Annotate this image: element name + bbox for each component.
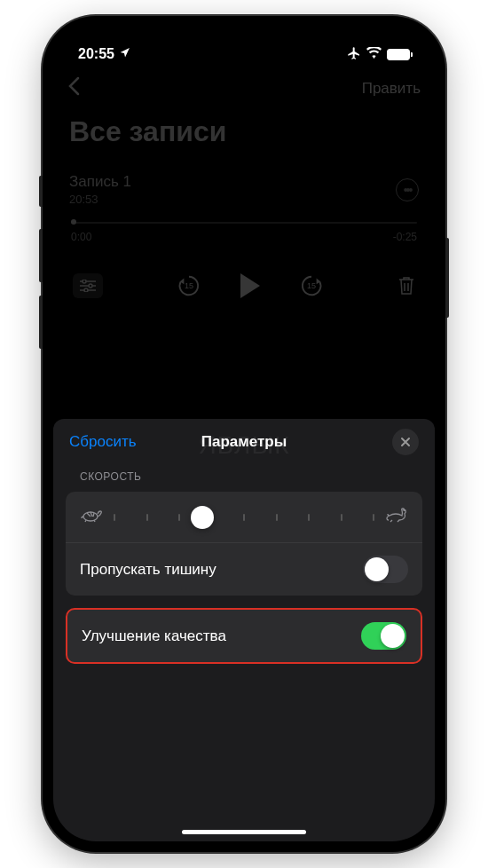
skip-silence-toggle[interactable] bbox=[363, 556, 408, 583]
turtle-icon bbox=[80, 507, 103, 527]
speed-slider[interactable] bbox=[114, 516, 374, 519]
edit-button[interactable]: Править bbox=[362, 80, 421, 98]
volume-up-button bbox=[39, 229, 43, 282]
play-button[interactable] bbox=[240, 273, 260, 298]
svg-point-5 bbox=[84, 288, 88, 292]
screen: 20:55 Править bbox=[53, 27, 435, 841]
back-button[interactable] bbox=[67, 76, 80, 101]
status-time: 20:55 bbox=[78, 46, 114, 62]
recording-name: Запись 1 bbox=[69, 173, 131, 191]
close-button[interactable] bbox=[392, 429, 419, 455]
silent-switch bbox=[39, 176, 43, 207]
enhance-quality-toggle[interactable] bbox=[361, 622, 406, 650]
volume-down-button bbox=[39, 296, 43, 349]
enhance-quality-label: Улучшение качества bbox=[82, 627, 226, 645]
time-elapsed: 0:00 bbox=[71, 231, 91, 243]
skip-forward-button[interactable]: 15 bbox=[299, 273, 324, 298]
battery-icon bbox=[387, 49, 410, 60]
speed-section-label: СКОРОСТЬ bbox=[53, 462, 435, 492]
phone-frame: 20:55 Править bbox=[43, 16, 445, 852]
options-button[interactable] bbox=[73, 273, 103, 298]
recording-time: 20:53 bbox=[69, 193, 131, 206]
svg-point-1 bbox=[83, 280, 86, 283]
rabbit-icon bbox=[385, 506, 408, 528]
speed-panel: Пропускать тишину bbox=[66, 492, 422, 596]
recording-item[interactable]: Запись 1 20:53 ••• 0:00 -0:25 bbox=[53, 162, 435, 254]
svg-point-3 bbox=[89, 284, 92, 288]
skip-silence-label: Пропускать тишину bbox=[80, 561, 216, 579]
home-indicator[interactable] bbox=[182, 830, 306, 834]
reset-button[interactable]: Сбросить bbox=[69, 433, 137, 451]
parameters-sheet: Сбросить Параметры ЯБЛЫК СКОРОСТЬ bbox=[53, 419, 435, 841]
playback-controls: 15 15 bbox=[53, 254, 435, 318]
skip-forward-seconds: 15 bbox=[307, 281, 316, 290]
skip-silence-row: Пропускать тишину bbox=[66, 542, 422, 596]
playback-timeline[interactable]: 0:00 -0:25 bbox=[69, 222, 419, 243]
wifi-icon bbox=[366, 47, 382, 61]
status-bar: 20:55 bbox=[53, 27, 435, 69]
airplane-mode-icon bbox=[347, 46, 361, 63]
delete-button[interactable] bbox=[397, 275, 415, 296]
enhance-quality-panel: Улучшение качества bbox=[66, 608, 422, 664]
skip-back-button[interactable]: 15 bbox=[177, 273, 201, 298]
skip-back-seconds: 15 bbox=[185, 281, 193, 290]
time-remaining: -0:25 bbox=[393, 231, 417, 243]
playhead[interactable] bbox=[71, 219, 76, 225]
power-button bbox=[445, 238, 449, 318]
speed-slider-knob[interactable] bbox=[191, 506, 214, 529]
more-button[interactable]: ••• bbox=[396, 178, 419, 201]
sheet-title: Параметры bbox=[201, 433, 287, 451]
nav-bar: Править bbox=[53, 69, 435, 108]
page-title: Все записи bbox=[53, 108, 435, 162]
location-icon bbox=[119, 47, 130, 61]
